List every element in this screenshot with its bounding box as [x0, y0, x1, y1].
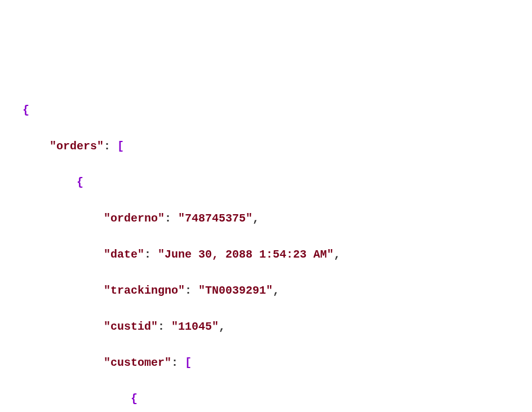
code-line: {	[23, 390, 509, 408]
colon: :	[144, 248, 158, 261]
colon: :	[165, 212, 178, 225]
json-value: "11045"	[171, 320, 219, 333]
json-key-trackingno: "trackingno"	[104, 284, 185, 297]
json-value: "748745375"	[178, 212, 252, 225]
json-key-orders: "orders"	[50, 140, 104, 153]
code-line: {	[23, 101, 509, 119]
comma: ,	[334, 248, 340, 261]
brace-open: {	[77, 176, 83, 189]
code-line: "date": "June 30, 2088 1:54:23 AM",	[23, 246, 509, 264]
colon: :	[185, 284, 198, 297]
json-key-customer: "customer"	[104, 356, 171, 369]
colon: :	[158, 320, 171, 333]
brace-open: {	[131, 392, 138, 405]
json-key-custid: "custid"	[104, 320, 158, 333]
json-value: "TN0039291"	[198, 284, 273, 297]
colon: :	[104, 140, 117, 153]
json-code-block: { "orders": [ { "orderno": "748745375", …	[23, 83, 509, 412]
code-line: {	[23, 174, 509, 192]
comma: ,	[219, 320, 225, 333]
bracket-open: [	[117, 140, 124, 153]
code-line: "customer": [	[23, 354, 509, 372]
bracket-open: [	[185, 356, 192, 369]
code-line: "orderno": "748745375",	[23, 210, 509, 228]
json-value: "June 30, 2088 1:54:23 AM"	[158, 248, 334, 261]
code-line: "trackingno": "TN0039291",	[23, 282, 509, 300]
comma: ,	[273, 284, 280, 297]
json-key-orderno: "orderno"	[104, 212, 165, 225]
brace-open: {	[23, 104, 29, 117]
code-line: "orders": [	[23, 138, 509, 156]
comma: ,	[252, 212, 259, 225]
json-key-date: "date"	[104, 248, 144, 261]
colon: :	[171, 356, 185, 369]
code-line: "custid": "11045",	[23, 318, 509, 336]
